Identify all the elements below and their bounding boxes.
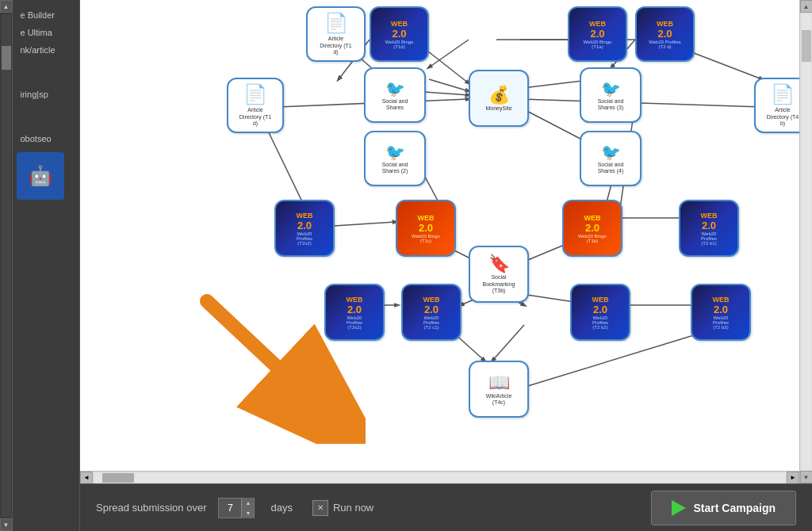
node-article-left-label: ArticleDirectory (T1d) (239, 107, 271, 127)
h-scroll-left[interactable]: ◄ (80, 472, 93, 484)
node-web20-t2b3-label: Web20Profiles(T2 b3) (713, 315, 729, 330)
node-social-shares-4[interactable]: 🐦 Social andShares (4) (580, 131, 642, 186)
social-icon-2: 🐦 (385, 143, 405, 162)
web20-badge-t2c1: WEB2.0 (423, 296, 440, 315)
money-icon: 💰 (488, 85, 510, 105)
h-scroll-thumb[interactable] (102, 473, 134, 483)
main-area: 📄 ArticleDirectory (T1d) WEB2.0 Web20 Bi… (80, 0, 812, 531)
article-icon: 📄 (324, 12, 348, 34)
days-spin-up[interactable]: ▲ (241, 498, 254, 508)
svg-line-18 (492, 325, 524, 361)
web20-badge-t2b3: WEB2.0 (713, 296, 730, 315)
node-web20-t2b2-label: Web20Profiles(T2 b2) (592, 315, 608, 330)
run-now-label[interactable]: Run now (333, 502, 373, 514)
article-right-icon: 📄 (771, 83, 795, 105)
sidebar-item-robot[interactable]: obotseo (17, 132, 76, 146)
node-web20-t2b1[interactable]: WEB2.0 Web20Profiles(T2 b1) (679, 200, 739, 257)
start-campaign-button[interactable]: Start Campaign (651, 491, 796, 525)
web20-badge-bingo-t1b: WEB2.0 (584, 214, 601, 234)
web20-badge-t2x2bl: WEB2.0 (347, 296, 363, 315)
web20-badge-t2b1: WEB2.0 (701, 212, 718, 231)
sidebar: e Builder e Ultima nk/article iring|sp o… (13, 0, 80, 531)
node-bookmarking-label: SocialBookmarking(T3b) (483, 274, 515, 294)
right-scroll-track (802, 14, 811, 469)
node-web20-t2x2-bl-label: Web20Profiles(T2x2) (347, 315, 362, 330)
h-scroll-right[interactable]: ► (787, 472, 799, 484)
node-article-left[interactable]: 📄 ArticleDirectory (T1d) (227, 78, 284, 133)
article-left-icon: 📄 (243, 83, 267, 105)
wiki-icon: 📖 (488, 372, 510, 393)
node-social-shares-1[interactable]: 🐦 Social andShares (364, 67, 426, 123)
scroll-up-button[interactable]: ▲ (0, 0, 13, 13)
node-social-shares-4-label: Social andShares (4) (598, 162, 624, 175)
scroll-thumb[interactable] (2, 46, 11, 70)
node-wiki[interactable]: 📖 WikiArticle(T4c) (469, 361, 529, 418)
node-money-site[interactable]: 💰 MoneySite (469, 70, 529, 127)
scroll-track (2, 14, 11, 517)
node-web20-bingo-t1b[interactable]: WEB2.0 Web20 Bingo(T1b) (562, 200, 622, 257)
days-input[interactable] (219, 502, 241, 514)
sidebar-item-builder[interactable]: e Builder (17, 8, 76, 22)
canvas-wrapper: 📄 ArticleDirectory (T1d) WEB2.0 Web20 Bi… (80, 0, 812, 483)
days-input-container[interactable]: ▲ ▼ (218, 498, 255, 518)
node-social-shares-3[interactable]: 🐦 Social andShares (3) (580, 67, 642, 123)
bookmark-icon: 🔖 (488, 254, 510, 274)
scroll-down-button[interactable]: ▼ (0, 518, 13, 531)
node-web20-bingo-t1a[interactable]: WEB2.0 Web20 Bingo(T1a) (568, 6, 627, 62)
social-icon-4: 🐦 (601, 143, 621, 162)
web20-badge-t2b2: WEB2.0 (592, 296, 609, 315)
web20-badge-t1a: WEB2.0 (589, 20, 606, 40)
node-web20-t2x2-left[interactable]: WEB2.0 Web20Profiles(T2x2) (274, 200, 335, 257)
node-web20-t2c1-label: Web20Profiles(T2 c1) (423, 315, 439, 330)
node-wiki-label: WikiArticle(T4c) (486, 393, 512, 407)
node-web20-bingo-t1c-label: Web20 Bingo(T1c) (412, 234, 440, 243)
svg-line-24 (429, 79, 469, 91)
node-money-site-label: MoneySite (485, 105, 511, 112)
days-spinners: ▲ ▼ (241, 498, 254, 518)
sidebar-item-ultima[interactable]: e Ultima (17, 25, 76, 40)
right-scroll-thumb[interactable] (802, 30, 811, 62)
node-web20-t2c1[interactable]: WEB2.0 Web20Profiles(T2 c1) (401, 284, 462, 341)
sidebar-item-link[interactable]: nk/article (17, 43, 76, 57)
start-campaign-label: Start Campaign (694, 502, 776, 514)
robot-icon: 🤖 (17, 152, 64, 200)
run-now-container: ✕ Run now (312, 500, 373, 516)
right-scroll-down[interactable]: ▼ (800, 471, 813, 483)
horizontal-scrollbar[interactable]: ◄ ► (80, 471, 799, 483)
node-bookmarking[interactable]: 🔖 SocialBookmarking(T3b) (469, 246, 529, 303)
spread-submission-label: Spread submission over (96, 502, 206, 514)
canvas-inner: 📄 ArticleDirectory (T1d) WEB2.0 Web20 Bi… (80, 0, 799, 471)
left-vertical-scrollbar[interactable]: ▲ ▼ (0, 0, 13, 531)
web20-badge-t2d: WEB2.0 (657, 20, 673, 40)
node-web20-bingo-t1a-label: Web20 Bingo(T1a) (584, 40, 612, 49)
run-now-checkbox[interactable]: ✕ (312, 500, 328, 516)
right-vertical-scrollbar[interactable]: ▲ ▼ (799, 0, 812, 483)
svg-line-34 (207, 301, 338, 424)
node-web20-bingo-t1c[interactable]: WEB2.0 Web20 Bingo(T1c) (396, 200, 456, 257)
play-icon (672, 500, 686, 516)
node-web20-t2b2[interactable]: WEB2.0 Web20Profiles(T2 b2) (570, 284, 630, 341)
sidebar-item-firing[interactable]: iring|sp (17, 87, 76, 101)
svg-line-26 (429, 40, 469, 67)
node-web20-t2b3[interactable]: WEB2.0 Web20Profiles(T2 b3) (691, 284, 751, 341)
web20-badge-bingo-t1c: WEB2.0 (418, 214, 435, 234)
social-icon-3: 🐦 (601, 79, 621, 98)
days-unit-label: days (270, 502, 292, 514)
node-social-shares-2[interactable]: 🐦 Social andShares (2) (364, 131, 426, 186)
canvas-with-hscroll: 📄 ArticleDirectory (T1d) WEB2.0 Web20 Bi… (80, 0, 799, 483)
node-web20-profiles-t2d[interactable]: WEB2.0 Web20 Profiles(T2 d) (635, 6, 695, 62)
right-scroll-up[interactable]: ▲ (800, 0, 813, 13)
sidebar-content: e Builder e Ultima nk/article iring|sp o… (13, 4, 80, 204)
node-article-right[interactable]: 📄 ArticleDirectory (T4b) (754, 78, 799, 133)
days-spin-down[interactable]: ▼ (241, 508, 254, 518)
bottom-bar: Spread submission over ▲ ▼ days ✕ Run no… (80, 483, 812, 531)
node-article-t1d[interactable]: 📄 ArticleDirectory (T1d) (306, 6, 366, 62)
node-web20-bingo-t1d[interactable]: WEB2.0 Web20 Bingo(T1d) (370, 6, 429, 62)
node-web20-bingo-t1b-label: Web20 Bingo(T1b) (578, 234, 607, 243)
svg-line-11 (334, 222, 396, 226)
web20-badge-t2x2l: WEB2.0 (297, 212, 313, 231)
social-icon-1: 🐦 (385, 79, 405, 98)
node-web20-t2x2-bl[interactable]: WEB2.0 Web20Profiles(T2x2) (324, 284, 385, 341)
node-web20-bingo-t1d-label: Web20 Bingo(T1d) (385, 40, 414, 49)
canvas-container[interactable]: 📄 ArticleDirectory (T1d) WEB2.0 Web20 Bi… (80, 0, 799, 471)
